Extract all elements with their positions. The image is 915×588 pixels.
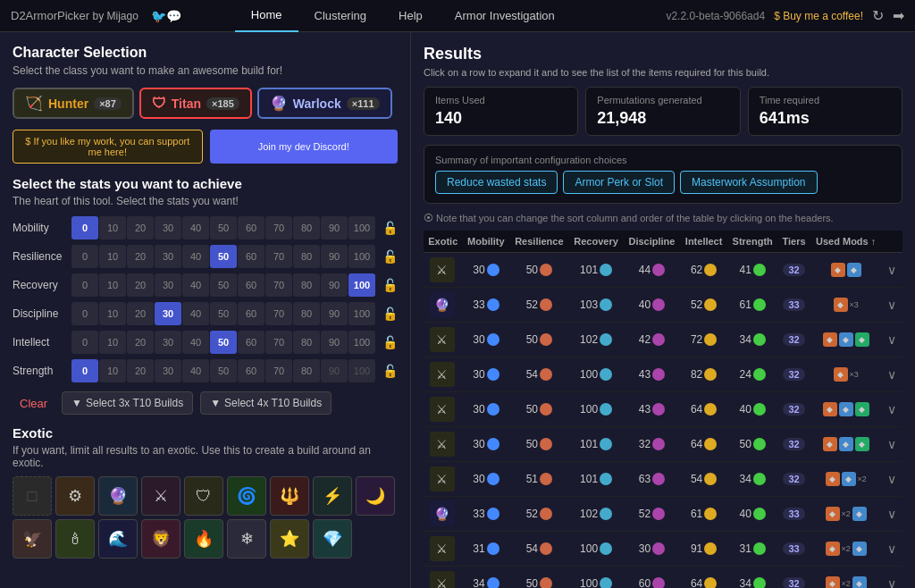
expand-row-btn[interactable]: ∨ <box>886 507 898 521</box>
lock-icon-resilience[interactable]: 🔓 <box>382 249 398 264</box>
exotic-item-14[interactable]: ❄ <box>227 519 266 559</box>
stat-btn-intellect-20[interactable]: 20 <box>127 331 154 354</box>
stat-btn-mobility-20[interactable]: 20 <box>127 216 154 239</box>
exotic-item-16[interactable]: 💎 <box>313 519 352 559</box>
expand-row-btn[interactable]: ∨ <box>886 472 898 486</box>
table-row[interactable]: 🔮33 52 102 52 61 40 33◆×2◆∨ <box>424 497 902 532</box>
nav-home[interactable]: Home <box>235 0 298 32</box>
coffee-link[interactable]: $ Buy me a coffee! <box>774 10 863 22</box>
stat-btn-recovery-40[interactable]: 40 <box>182 273 209 297</box>
exotic-item-12[interactable]: 🦁 <box>141 519 180 559</box>
expand-row-btn[interactable]: ∨ <box>886 263 898 277</box>
stat-btn-resilience-90[interactable]: 90 <box>321 245 348 268</box>
stat-btn-resilience-60[interactable]: 60 <box>238 245 264 268</box>
config-btn-wasted-stats[interactable]: Reduce wasted stats <box>435 171 558 194</box>
nav-clustering[interactable]: Clustering <box>298 0 383 32</box>
stat-btn-intellect-90[interactable]: 90 <box>321 331 348 354</box>
stat-btn-discipline-30[interactable]: 30 <box>155 302 181 325</box>
th-discipline[interactable]: Discipline <box>624 231 681 253</box>
stat-btn-discipline-70[interactable]: 70 <box>265 302 292 325</box>
stat-btn-discipline-10[interactable]: 10 <box>99 302 126 325</box>
stat-btn-strength-0[interactable]: 0 <box>71 359 98 382</box>
stat-btn-discipline-60[interactable]: 60 <box>238 302 264 325</box>
stat-btn-intellect-80[interactable]: 80 <box>293 331 320 354</box>
stat-btn-recovery-90[interactable]: 90 <box>321 273 348 297</box>
table-row[interactable]: ⚔34 50 100 60 64 34 32◆×2◆∨ <box>424 567 902 589</box>
stat-btn-discipline-20[interactable]: 20 <box>127 302 154 325</box>
stat-btn-discipline-0[interactable]: 0 <box>71 302 98 325</box>
stat-btn-discipline-80[interactable]: 80 <box>293 302 320 325</box>
stat-btn-recovery-0[interactable]: 0 <box>71 273 98 297</box>
th-recovery[interactable]: Recovery <box>569 231 624 253</box>
th-intellect[interactable]: Intellect <box>680 231 727 253</box>
class-tab-titan[interactable]: 🛡 Titan ×185 <box>139 88 252 119</box>
stat-btn-strength-100[interactable]: 100 <box>348 359 375 382</box>
exotic-item-1[interactable]: ⚙ <box>55 476 95 516</box>
stat-btn-intellect-0[interactable]: 0 <box>71 331 98 354</box>
stat-btn-mobility-10[interactable]: 10 <box>99 216 126 239</box>
twitter-icon[interactable]: 🐦 <box>151 9 166 23</box>
expand-row-btn[interactable]: ∨ <box>886 402 898 416</box>
stat-btn-intellect-40[interactable]: 40 <box>182 331 209 354</box>
stat-btn-resilience-20[interactable]: 20 <box>127 245 154 268</box>
config-btn-masterwork[interactable]: Masterwork Assumption <box>680 171 817 194</box>
expand-row-btn[interactable]: ∨ <box>886 437 898 451</box>
nav-armor-investigation[interactable]: Armor Investigation <box>439 0 571 32</box>
exotic-item-2[interactable]: 🔮 <box>98 476 138 516</box>
stat-btn-strength-70[interactable]: 70 <box>265 359 292 382</box>
expand-row-btn[interactable]: ∨ <box>886 367 898 382</box>
stat-btn-strength-20[interactable]: 20 <box>127 359 154 382</box>
stat-btn-intellect-30[interactable]: 30 <box>155 331 181 354</box>
select-3t10-button[interactable]: ▼ Select 3x T10 Builds <box>62 391 193 415</box>
table-row[interactable]: 🔮33 52 103 40 52 61 33◆×3∨ <box>424 288 902 323</box>
exotic-item-10[interactable]: 🕯 <box>55 519 95 559</box>
stat-btn-strength-50[interactable]: 50 <box>210 359 237 382</box>
lock-icon-strength[interactable]: 🔓 <box>382 364 398 378</box>
stat-btn-mobility-90[interactable]: 90 <box>321 216 348 239</box>
nav-help[interactable]: Help <box>382 0 439 32</box>
stat-btn-intellect-60[interactable]: 60 <box>238 331 264 354</box>
table-row[interactable]: ⚔30 50 102 42 72 34 32◆◆◆∨ <box>424 323 902 357</box>
lock-icon-mobility[interactable]: 🔓 <box>382 221 398 235</box>
stat-btn-discipline-100[interactable]: 100 <box>348 302 375 325</box>
th-mobility[interactable]: Mobility <box>463 231 510 253</box>
expand-row-btn[interactable]: ∨ <box>886 576 898 588</box>
stat-btn-discipline-40[interactable]: 40 <box>182 302 209 325</box>
exotic-item-8[interactable]: 🌙 <box>356 476 395 516</box>
support-discord-btn[interactable]: Join my dev Discord! <box>210 130 399 164</box>
stat-btn-mobility-80[interactable]: 80 <box>293 216 320 239</box>
exotic-item-empty[interactable]: □ <box>13 476 52 516</box>
lock-icon-recovery[interactable]: 🔓 <box>382 278 398 292</box>
stat-btn-intellect-70[interactable]: 70 <box>265 331 292 354</box>
stat-btn-resilience-50[interactable]: 50 <box>210 245 237 268</box>
class-tab-warlock[interactable]: 🔮 Warlock ×111 <box>257 88 392 119</box>
th-exotic[interactable]: Exotic <box>424 231 463 253</box>
stat-btn-mobility-100[interactable]: 100 <box>348 216 375 239</box>
table-row[interactable]: ⚔30 51 101 63 54 34 32◆◆×2∨ <box>424 462 902 497</box>
expand-row-btn[interactable]: ∨ <box>886 332 898 347</box>
stat-btn-mobility-30[interactable]: 30 <box>155 216 181 239</box>
stat-btn-strength-80[interactable]: 80 <box>293 359 320 382</box>
select-4t10-button[interactable]: ▼ Select 4x T10 Builds <box>200 391 332 415</box>
stat-btn-recovery-100[interactable]: 100 <box>348 273 375 297</box>
stat-btn-recovery-70[interactable]: 70 <box>265 273 292 297</box>
stat-btn-resilience-80[interactable]: 80 <box>293 245 320 268</box>
exotic-item-9[interactable]: 🦅 <box>13 519 52 559</box>
config-btn-armor-perk[interactable]: Armor Perk or Slot <box>563 171 675 194</box>
table-row[interactable]: ⚔30 50 101 32 64 50 32◆◆◆∨ <box>424 427 902 462</box>
exotic-item-11[interactable]: 🌊 <box>98 519 138 559</box>
exotic-item-6[interactable]: 🔱 <box>270 476 309 516</box>
exotic-item-4[interactable]: 🛡 <box>184 476 223 516</box>
support-coffee-btn[interactable]: $ If you like my work, you can support m… <box>13 130 203 164</box>
stat-btn-intellect-100[interactable]: 100 <box>348 331 375 354</box>
stat-btn-resilience-40[interactable]: 40 <box>182 245 209 268</box>
stat-btn-mobility-70[interactable]: 70 <box>265 216 292 239</box>
exotic-item-15[interactable]: ⭐ <box>270 519 309 559</box>
table-row[interactable]: ⚔30 54 100 43 82 24 32◆×3∨ <box>424 357 902 392</box>
discord-icon[interactable]: 💬 <box>166 9 181 23</box>
th-strength[interactable]: Strength <box>727 231 778 253</box>
stat-btn-discipline-90[interactable]: 90 <box>321 302 348 325</box>
stat-btn-intellect-10[interactable]: 10 <box>99 331 126 354</box>
stat-btn-strength-60[interactable]: 60 <box>238 359 264 382</box>
th-resilience[interactable]: Resilience <box>509 231 568 253</box>
